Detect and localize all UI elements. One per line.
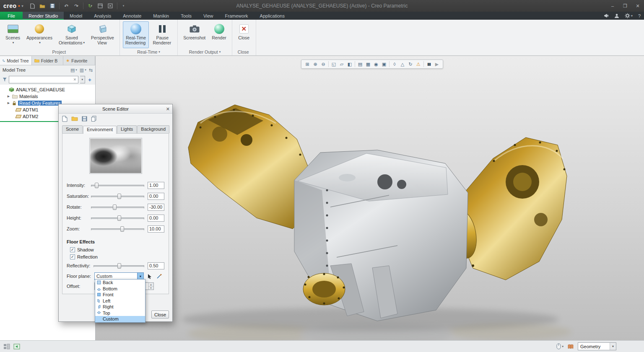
tree-display-dropdown[interactable]: ▤▾	[70, 67, 77, 73]
perspective-view-button[interactable]: PerspectiveView	[88, 21, 117, 48]
combo-dropdown-icon[interactable]: ▼	[610, 343, 616, 350]
saturation-slider[interactable]	[91, 193, 144, 199]
annotation-display-icon[interactable]: △	[399, 60, 406, 68]
realtime-rendering-button[interactable]: Real-TimeRendering	[123, 21, 149, 48]
option-front[interactable]: Front	[95, 292, 145, 298]
screenshot-button[interactable]: Screenshot	[181, 21, 208, 48]
close-window-button[interactable]	[106, 1, 115, 10]
render-button[interactable]: Render	[209, 21, 229, 48]
tab-model[interactable]: Model	[64, 12, 88, 20]
zoom-slider[interactable]	[91, 226, 144, 232]
render-region-icon[interactable]: ▣	[380, 60, 388, 68]
open-file-button[interactable]	[38, 1, 47, 10]
tab-background[interactable]: Background	[137, 125, 169, 133]
tab-render-studio[interactable]: Render Studio	[23, 12, 64, 20]
warning-icon[interactable]: ⚠	[415, 60, 422, 68]
close-render-studio-button[interactable]: ✕ Close	[235, 21, 253, 48]
pause-renderer-button[interactable]: PauseRenderer	[150, 21, 174, 48]
zoom-in-icon[interactable]: ⊕	[312, 60, 319, 68]
option-right[interactable]: Right	[95, 304, 145, 310]
tab-file[interactable]: File	[0, 12, 23, 20]
select-plane-pointer-icon[interactable]	[145, 272, 153, 280]
reflection-checkbox[interactable]: ✓	[70, 254, 75, 259]
tab-lights[interactable]: Lights	[117, 125, 137, 133]
selection-filter-combobox[interactable]: Geometry ▼	[578, 342, 616, 350]
tree-search-input[interactable]	[9, 77, 72, 83]
tab-model-tree[interactable]: Model Tree	[0, 56, 32, 65]
zoom-value[interactable]: 10.00	[148, 225, 164, 233]
slider-thumb[interactable]	[95, 183, 99, 188]
option-bottom[interactable]: Bottom	[95, 286, 145, 292]
save-scene-icon[interactable]	[82, 116, 87, 122]
tab-annotate[interactable]: Annotate	[117, 12, 147, 20]
minimize-button[interactable]: –	[606, 0, 619, 12]
new-file-button[interactable]	[28, 1, 37, 10]
offset-spinner[interactable]: ▲▼	[148, 283, 153, 290]
undo-button[interactable]: ↶▾	[62, 1, 71, 10]
open-scene-icon[interactable]	[71, 116, 78, 122]
datum-display-icon[interactable]: ◊	[391, 60, 398, 68]
spin-down-icon[interactable]: ▼	[148, 286, 153, 290]
announcements-icon[interactable]	[604, 13, 609, 18]
maximize-button[interactable]: ❒	[619, 0, 631, 12]
reflectivity-value[interactable]: 0.50	[148, 262, 164, 269]
shadow-checkbox[interactable]: ✓	[70, 247, 75, 252]
tree-settings-dropdown[interactable]: ▥▾	[80, 67, 86, 73]
close-button[interactable]: ✕	[631, 0, 644, 12]
option-left[interactable]: Left	[95, 298, 145, 304]
tab-framework[interactable]: Framework	[219, 12, 254, 20]
repaint-icon[interactable]: ▱	[338, 60, 345, 68]
group-label-render-output[interactable]: Render Output▾	[178, 48, 232, 55]
slider-thumb[interactable]	[113, 204, 117, 210]
flip-normal-icon[interactable]	[155, 272, 163, 280]
zoom-window-icon[interactable]: ⊞	[304, 60, 311, 68]
save-button[interactable]	[48, 1, 57, 10]
environment-preview[interactable]	[89, 138, 142, 174]
scenes-button[interactable]: Scenes▾	[3, 21, 23, 48]
scene-editor-close-button[interactable]: Close	[151, 311, 169, 318]
zoom-out-icon[interactable]: ⊖	[319, 60, 327, 68]
rotate-slider[interactable]	[91, 204, 144, 210]
intensity-slider[interactable]	[91, 182, 144, 189]
group-label-realtime[interactable]: Real-Time▾	[120, 48, 177, 55]
tab-manikin[interactable]: Manikin	[147, 12, 175, 20]
tab-favorites[interactable]: ★ Favorite	[63, 56, 95, 65]
tree-row-materials[interactable]: ▶ Materials	[0, 93, 95, 100]
reflectivity-slider[interactable]	[93, 263, 144, 269]
height-value[interactable]: 0.00	[148, 215, 164, 222]
windows-button[interactable]: ▾	[96, 1, 105, 10]
combo-dropdown-icon[interactable]: ▼	[137, 273, 143, 280]
tab-tools[interactable]: Tools	[175, 12, 197, 20]
tab-environment[interactable]: Environment	[83, 126, 117, 134]
spin-center-icon[interactable]: ↻	[407, 60, 414, 68]
regenerate-button[interactable]: ↻▾	[86, 1, 95, 10]
tab-scene[interactable]: Scene	[62, 125, 83, 133]
saved-orientations-button[interactable]: SavedOrientations▾	[56, 21, 87, 48]
height-slider[interactable]	[91, 215, 144, 221]
rotate-value[interactable]: -30.00	[148, 204, 164, 211]
saved-views-icon[interactable]: ▤	[356, 60, 364, 68]
slider-thumb[interactable]	[117, 215, 121, 221]
settings-gear-icon[interactable]: ▾	[625, 13, 633, 18]
scene-editor-close-icon[interactable]: ✕	[166, 104, 170, 114]
copy-scene-icon[interactable]	[91, 116, 97, 122]
tab-applications[interactable]: Applications	[254, 12, 291, 20]
browser-toggle-icon[interactable]	[13, 344, 20, 349]
tab-view[interactable]: View	[197, 12, 219, 20]
option-back[interactable]: Back	[95, 280, 145, 286]
new-scene-icon[interactable]	[62, 116, 68, 123]
slider-thumb[interactable]	[117, 263, 121, 269]
pause-rendering-icon[interactable]: ▮▮	[425, 60, 433, 68]
search-options-dropdown[interactable]: ▾	[80, 76, 85, 83]
learning-connector-icon[interactable]	[568, 344, 574, 349]
option-custom[interactable]: Custom	[95, 316, 145, 322]
slider-thumb[interactable]	[120, 226, 124, 232]
option-top[interactable]: Top	[95, 310, 145, 316]
refit-icon[interactable]: ◱	[330, 60, 338, 68]
clear-search-icon[interactable]: ✕	[72, 78, 78, 82]
add-filter-button[interactable]: +	[87, 76, 93, 83]
navigator-toggle-icon[interactable]	[3, 344, 10, 349]
appearances-button[interactable]: Appearances▾	[24, 21, 55, 48]
help-icon[interactable]: ?	[638, 13, 641, 18]
graphics-viewport[interactable]: ⊞ ⊕ ⊖ ◱ ▱ ◧ ▤ ▦ ◉ ▣ ◊ △ ↻ ⚠ ▮▮ ▶	[96, 56, 644, 340]
